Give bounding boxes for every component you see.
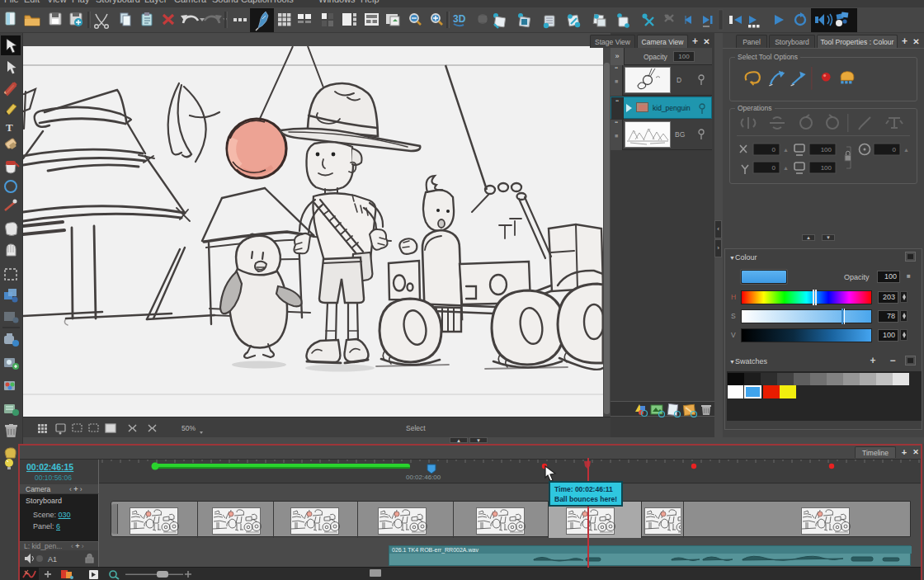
svg-text:▲: ▲ (783, 165, 789, 171)
svg-text:Select: Select (406, 424, 426, 432)
svg-text:0: 0 (772, 164, 776, 172)
svg-text:100: 100 (821, 146, 832, 153)
svg-text:3D: 3D (453, 13, 466, 25)
svg-text:0: 0 (772, 146, 776, 153)
svg-text:T: T (6, 121, 13, 134)
svg-text:0: 0 (893, 146, 897, 153)
svg-text:00:02:46:00: 00:02:46:00 (406, 474, 441, 481)
svg-text:50%: 50% (182, 424, 196, 432)
svg-text:▲: ▲ (903, 147, 909, 153)
svg-text:▲: ▲ (783, 147, 789, 153)
svg-text:100: 100 (821, 164, 832, 172)
svg-text:A1: A1 (48, 555, 57, 563)
